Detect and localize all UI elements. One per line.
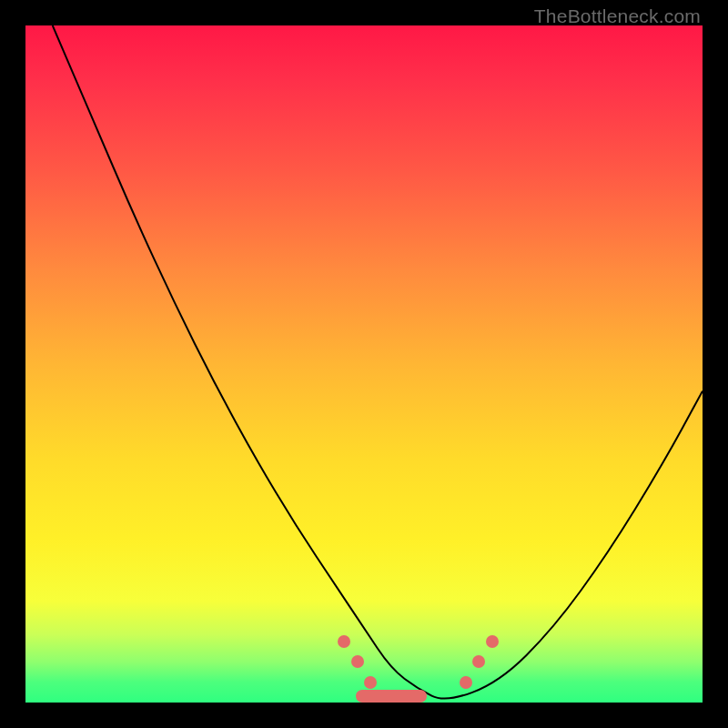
marker-dot xyxy=(472,655,485,668)
curve-markers xyxy=(25,25,703,703)
marker-dot xyxy=(486,635,499,648)
marker-flat xyxy=(356,690,427,703)
attribution-text: TheBottleneck.com xyxy=(534,5,701,27)
marker-dot xyxy=(460,676,472,689)
chart-frame: TheBottleneck.com xyxy=(0,0,728,728)
plot-area xyxy=(25,25,703,703)
marker-dot xyxy=(364,676,377,689)
marker-dot xyxy=(351,655,364,668)
marker-dot xyxy=(338,635,350,648)
